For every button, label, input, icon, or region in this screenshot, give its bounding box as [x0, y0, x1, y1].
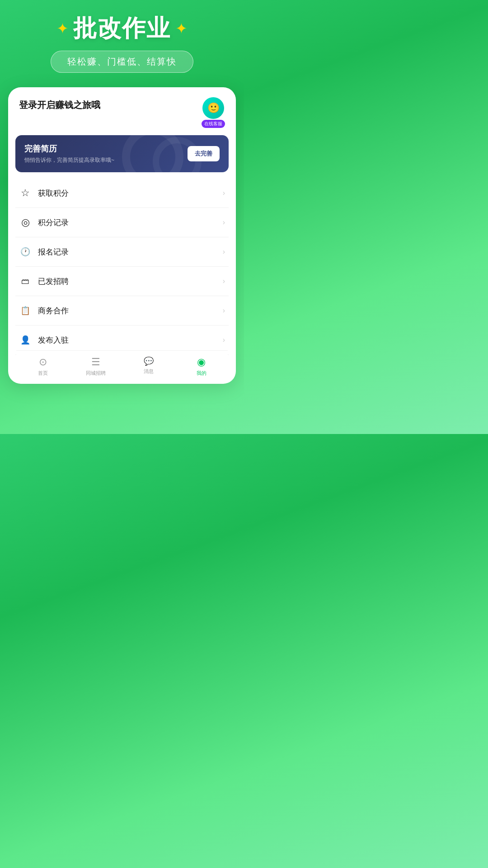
banner-title: 完善简历 [24, 143, 114, 154]
nav-messages-label: 消息 [144, 368, 154, 375]
customer-service-button[interactable]: 🙂 在线客服 [202, 97, 225, 128]
chevron-right-icon: › [223, 336, 225, 344]
bottom-nav: ⊙ 首页 ☰ 同城招聘 💬 消息 ◉ 我的 [16, 350, 228, 384]
menu-item-points-record[interactable]: ◎ 积分记录 › [15, 208, 229, 237]
main-card: 登录开启赚钱之旅哦 🙂 在线客服 完善简历 悄悄告诉你，完善简历提高录取率哦~ … [8, 87, 236, 384]
publish-settle-icon: 👤 [19, 334, 32, 346]
chevron-right-icon: › [223, 218, 225, 226]
banner-action-button[interactable]: 去完善 [188, 146, 220, 161]
signup-record-icon: 🕐 [19, 245, 32, 258]
menu-label-business-coop: 商务合作 [38, 306, 216, 316]
mine-icon: ◉ [197, 356, 206, 368]
nav-mine-label: 我的 [197, 370, 206, 377]
menu-label-publish-settle: 发布入驻 [38, 335, 216, 345]
menu-label-get-points: 获取积分 [38, 188, 216, 198]
banner-desc: 悄悄告诉你，完善简历提高录取率哦~ [24, 156, 114, 164]
chevron-right-icon: › [223, 189, 225, 197]
star-right-icon: ✦ [175, 21, 188, 36]
page-title: 批改作业 [73, 13, 171, 44]
nav-messages[interactable]: 💬 消息 [122, 356, 175, 377]
messages-icon: 💬 [144, 356, 154, 366]
menu-item-signup-record[interactable]: 🕐 报名记录 › [15, 237, 229, 267]
banner-content: 完善简历 悄悄告诉你，完善简历提高录取率哦~ [24, 143, 114, 164]
cs-avatar: 🙂 [202, 97, 224, 119]
home-icon: ⊙ [39, 356, 47, 368]
nav-home[interactable]: ⊙ 首页 [16, 356, 69, 377]
menu-label-posted-jobs: 已发招聘 [38, 276, 216, 287]
chevron-right-icon: › [223, 248, 225, 256]
nav-local-jobs[interactable]: ☰ 同城招聘 [69, 356, 122, 377]
get-points-icon: ☆ [19, 187, 32, 199]
nav-home-label: 首页 [38, 370, 48, 377]
resume-banner: 完善简历 悄悄告诉你，完善简历提高录取率哦~ 去完善 [15, 135, 229, 172]
nav-local-jobs-label: 同城招聘 [86, 370, 106, 377]
subtitle-text: 轻松赚、门槛低、结算快 [67, 57, 177, 66]
points-record-icon: ◎ [19, 216, 32, 229]
menu-item-posted-jobs[interactable]: 🗃 已发招聘 › [15, 267, 229, 296]
login-prompt: 登录开启赚钱之旅哦 [19, 97, 100, 111]
menu-label-signup-record: 报名记录 [38, 247, 216, 257]
business-coop-icon: 📋 [19, 304, 32, 317]
chevron-right-icon: › [223, 277, 225, 285]
chevron-right-icon: › [223, 307, 225, 315]
local-jobs-icon: ☰ [91, 356, 100, 368]
subtitle-pill: 轻松赚、门槛低、结算快 [51, 51, 193, 73]
cs-icon: 🙂 [207, 102, 220, 114]
header-title-row: ✦ 批改作业 ✦ [0, 13, 244, 44]
subtitle-wrapper: 轻松赚、门槛低、结算快 [0, 44, 244, 73]
cs-label: 在线客服 [202, 120, 225, 128]
menu-label-points-record: 积分记录 [38, 217, 216, 228]
card-header: 登录开启赚钱之旅哦 🙂 在线客服 [8, 87, 236, 135]
nav-mine[interactable]: ◉ 我的 [175, 356, 228, 377]
posted-jobs-icon: 🗃 [19, 275, 32, 288]
menu-item-business-coop[interactable]: 📋 商务合作 › [15, 296, 229, 326]
menu-item-get-points[interactable]: ☆ 获取积分 › [15, 179, 229, 208]
header: ✦ 批改作业 ✦ 轻松赚、门槛低、结算快 [0, 0, 244, 78]
star-left-icon: ✦ [56, 21, 69, 36]
